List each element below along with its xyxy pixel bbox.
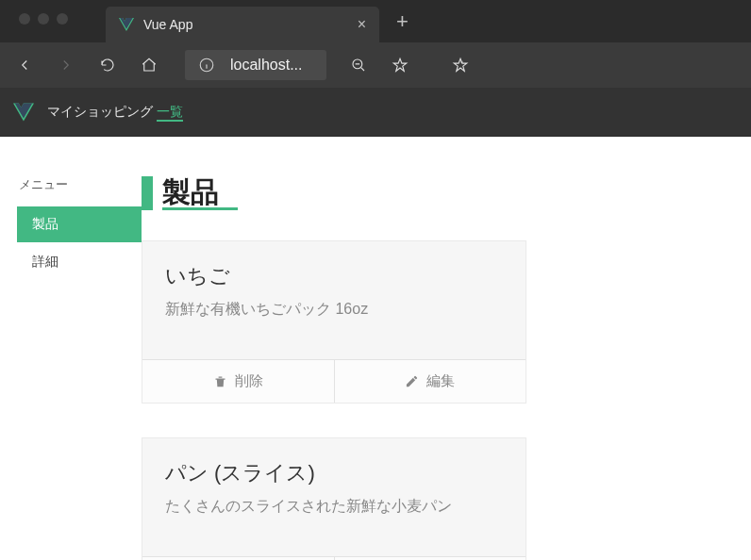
sidebar-item-label: 詳細 (32, 254, 58, 269)
product-description: たくさんのスライスされた新鮮な小麦パン (165, 497, 503, 517)
card-actions: 削除 編集 (142, 359, 526, 403)
card-actions: 削除 編集 (142, 556, 526, 560)
back-button[interactable] (6, 46, 43, 84)
main: 製品 いちご 新鮮な有機いちごパック 16oz 削除 編集 パ (142, 176, 751, 560)
product-name: パン (スライス) (165, 459, 503, 487)
window-maximize[interactable] (57, 13, 68, 25)
favorite-button[interactable] (381, 46, 419, 84)
browser-toolbar: localhost... (0, 42, 751, 88)
trash-icon (213, 374, 227, 388)
page-title: 製品 (162, 176, 238, 210)
edit-label: 編集 (426, 372, 455, 390)
app-title: マイショッピング 一覧 (47, 104, 183, 121)
zoom-out-button[interactable] (340, 46, 377, 84)
browser-tab-strip: Vue App × + (0, 0, 751, 42)
tab-close-button[interactable]: × (358, 16, 366, 33)
favorites-list-button[interactable] (442, 46, 479, 84)
product-card: パン (スライス) たくさんのスライスされた新鮮な小麦パン 削除 編集 (142, 437, 526, 560)
window-close[interactable] (19, 13, 30, 25)
sidebar-item-products[interactable]: 製品 (17, 206, 142, 242)
title-accent-bar (142, 176, 153, 210)
tab-title: Vue App (143, 17, 358, 32)
delete-label: 削除 (235, 372, 263, 390)
app-logo-icon (13, 103, 34, 122)
window-minimize[interactable] (38, 13, 49, 25)
vue-icon (119, 18, 134, 31)
browser-tab[interactable]: Vue App × (106, 7, 379, 42)
sidebar: メニュー 製品 詳細 (0, 176, 142, 560)
page-title-wrap: 製品 (142, 176, 713, 210)
edit-icon (405, 374, 419, 388)
sidebar-heading: メニュー (17, 176, 142, 193)
product-card: いちご 新鮮な有機いちごパック 16oz 削除 編集 (142, 240, 526, 404)
sidebar-item-details[interactable]: 詳細 (17, 244, 142, 280)
delete-button[interactable]: 削除 (142, 360, 335, 403)
sidebar-item-label: 製品 (32, 216, 58, 231)
refresh-button[interactable] (89, 46, 126, 84)
product-description: 新鮮な有機いちごパック 16oz (165, 300, 503, 320)
url-text: localhost... (230, 57, 302, 74)
app-title-prefix: マイショッピング (47, 104, 157, 119)
card-body: いちご 新鮮な有機いちごパック 16oz (142, 241, 526, 359)
site-info-icon[interactable] (198, 57, 215, 74)
forward-button[interactable] (47, 46, 85, 84)
card-body: パン (スライス) たくさんのスライスされた新鮮な小麦パン (142, 438, 526, 556)
window-controls (8, 0, 79, 25)
content-area: メニュー 製品 詳細 製品 いちご 新鮮な有機いちごパック 16oz 削除 (0, 137, 751, 560)
product-name: いちご (165, 262, 503, 290)
edit-button[interactable]: 編集 (335, 360, 526, 403)
home-button[interactable] (130, 46, 168, 84)
app-navbar: マイショッピング 一覧 (0, 88, 751, 137)
app-title-accent: 一覧 (157, 104, 183, 122)
new-tab-button[interactable]: + (396, 9, 409, 34)
address-bar[interactable]: localhost... (185, 50, 326, 80)
